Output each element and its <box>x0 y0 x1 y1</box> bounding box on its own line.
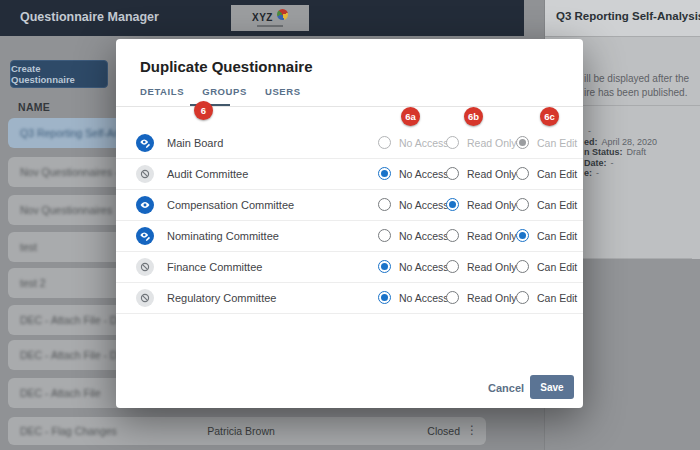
radio-can-edit[interactable] <box>516 260 529 273</box>
radio-read-only[interactable] <box>446 229 459 242</box>
annotation-badge-6a: 6a <box>401 107 420 126</box>
option-can-edit[interactable]: Can Edit <box>516 136 577 149</box>
option-label: No Access <box>399 137 449 149</box>
option-label: Can Edit <box>537 199 577 211</box>
meta-value: - <box>611 158 614 168</box>
radio-can-edit[interactable] <box>516 229 529 242</box>
logo-subtext-bar <box>257 25 283 27</box>
eye-icon <box>136 196 154 214</box>
group-name: Audit Committee <box>167 168 248 180</box>
radio-can-edit[interactable] <box>516 167 529 180</box>
meta-label: Date: <box>584 158 607 168</box>
option-can-edit[interactable]: Can Edit <box>516 167 577 180</box>
group-name: Finance Committee <box>167 261 262 273</box>
radio-no-access[interactable] <box>378 198 391 211</box>
screen: Questionnaire Manager XYZ Create Questio… <box>0 0 700 450</box>
tab-details[interactable]: DETAILS <box>140 86 184 97</box>
option-read-only[interactable]: Read Only <box>446 291 517 304</box>
option-label: No Access <box>399 199 449 211</box>
blocked-icon <box>136 165 154 183</box>
radio-no-access[interactable] <box>378 260 391 273</box>
tab-groups[interactable]: GROUPS <box>202 86 247 97</box>
list-item-label: test 2 <box>20 277 46 289</box>
row-name: DEC - Flag Changes <box>20 425 117 437</box>
option-label: Can Edit <box>537 168 577 180</box>
meta-value: - <box>588 126 591 136</box>
blocked-icon <box>136 289 154 307</box>
radio-no-access[interactable] <box>378 229 391 242</box>
option-read-only[interactable]: Read Only <box>446 136 517 149</box>
radio-can-edit[interactable] <box>516 291 529 304</box>
radio-read-only[interactable] <box>446 198 459 211</box>
blocked-icon <box>136 258 154 276</box>
option-read-only[interactable]: Read Only <box>446 260 517 273</box>
duplicate-questionnaire-dialog: Duplicate Questionnaire DETAILSGROUPSUSE… <box>116 39 583 408</box>
table-row[interactable]: DEC - Flag Changes Patricia Brown Closed… <box>8 417 486 445</box>
publish-hint-text: ill be displayed after theire has been p… <box>584 72 689 100</box>
meta-line: - <box>584 126 657 137</box>
annotation-badge-6b: 6b <box>464 107 483 126</box>
row-owner: Patricia Brown <box>173 425 309 437</box>
option-no-access[interactable]: No Access <box>378 291 449 304</box>
permission-row: Nominating CommitteeNo AccessRead OnlyCa… <box>116 221 583 252</box>
logo-text: XYZ <box>252 13 273 23</box>
option-no-access[interactable]: No Access <box>378 229 449 242</box>
permission-row: Audit CommitteeNo AccessRead OnlyCan Edi… <box>116 159 583 190</box>
group-name: Compensation Committee <box>167 199 294 211</box>
detail-panel-header: Q3 Reporting Self-Analysis <box>545 0 700 37</box>
detail-panel-title: Q3 Reporting Self-Analysis <box>556 10 700 22</box>
option-can-edit[interactable]: Can Edit <box>516 198 577 211</box>
kebab-menu-icon[interactable]: ⋮ <box>466 423 478 437</box>
option-label: Read Only <box>467 199 517 211</box>
dialog-title: Duplicate Questionnaire <box>140 58 313 75</box>
save-button[interactable]: Save <box>530 375 574 399</box>
list-item-label: DEC - Attach File <box>20 387 101 399</box>
group-name: Nominating Committee <box>167 230 279 242</box>
option-read-only[interactable]: Read Only <box>446 167 517 180</box>
dialog-tabs: DETAILSGROUPSUSERS <box>140 86 301 97</box>
radio-can-edit[interactable] <box>516 198 529 211</box>
radio-no-access[interactable] <box>378 167 391 180</box>
option-label: Read Only <box>467 168 517 180</box>
create-questionnaire-button[interactable]: Create Questionnaire <box>10 60 108 88</box>
option-label: Can Edit <box>537 261 577 273</box>
eye-edit-icon <box>136 227 154 245</box>
radio-no-access[interactable] <box>378 136 391 149</box>
option-no-access[interactable]: No Access <box>378 136 449 149</box>
tab-users[interactable]: USERS <box>265 86 301 97</box>
option-label: Read Only <box>467 261 517 273</box>
meta-label: e: <box>584 168 592 178</box>
option-read-only[interactable]: Read Only <box>446 229 517 242</box>
option-label: Read Only <box>467 230 517 242</box>
radio-read-only[interactable] <box>446 167 459 180</box>
meta-line: n Status:Draft <box>584 147 657 158</box>
eye-edit-icon <box>136 134 154 152</box>
tab-divider <box>116 106 583 107</box>
option-read-only[interactable]: Read Only <box>446 198 517 211</box>
hint-line: ire has been published. <box>584 86 689 100</box>
meta-line: ed:April 28, 2020 <box>584 137 657 148</box>
option-can-edit[interactable]: Can Edit <box>516 229 577 242</box>
meta-label: n Status: <box>584 147 623 157</box>
option-can-edit[interactable]: Can Edit <box>516 291 577 304</box>
meta-value: Draft <box>627 147 647 157</box>
option-no-access[interactable]: No Access <box>378 167 449 180</box>
radio-read-only[interactable] <box>446 136 459 149</box>
meta-line: e:- <box>584 168 657 179</box>
radio-can-edit[interactable] <box>516 136 529 149</box>
option-no-access[interactable]: No Access <box>378 198 449 211</box>
meta-label: ed: <box>584 137 598 147</box>
option-label: Read Only <box>467 137 517 149</box>
permission-row: Finance CommitteeNo AccessRead OnlyCan E… <box>116 252 583 283</box>
cancel-button[interactable]: Cancel <box>488 382 524 394</box>
option-label: Read Only <box>467 292 517 304</box>
option-no-access[interactable]: No Access <box>378 260 449 273</box>
meta-value: April 28, 2020 <box>602 137 658 147</box>
radio-read-only[interactable] <box>446 291 459 304</box>
radio-no-access[interactable] <box>378 291 391 304</box>
option-label: Can Edit <box>537 230 577 242</box>
radio-read-only[interactable] <box>446 260 459 273</box>
option-can-edit[interactable]: Can Edit <box>516 260 577 273</box>
app-title: Questionnaire Manager <box>20 10 159 24</box>
name-column-header: NAME <box>18 101 50 113</box>
